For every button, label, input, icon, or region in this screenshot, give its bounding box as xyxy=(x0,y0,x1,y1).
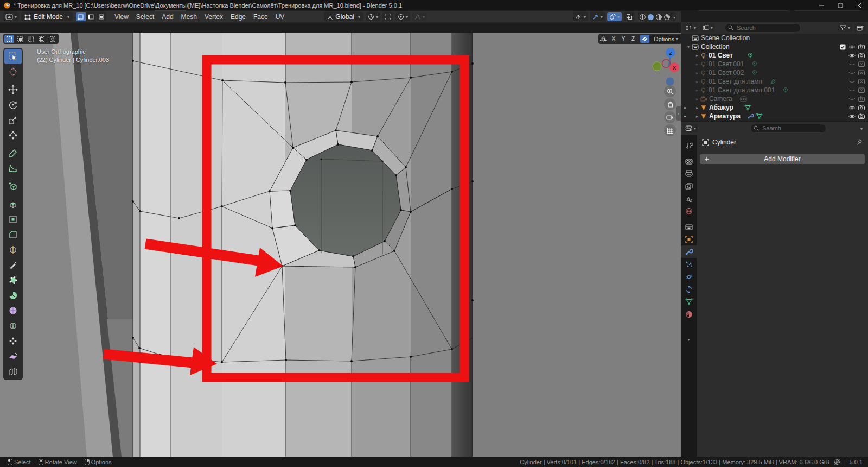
select-set-button[interactable] xyxy=(4,35,14,43)
close-button[interactable] xyxy=(850,0,868,10)
tool-shear[interactable] xyxy=(4,349,22,364)
menu-vertex[interactable]: Vertex xyxy=(201,13,227,21)
add-modifier-button[interactable]: Add Modifier xyxy=(700,154,865,164)
tool-extrude-region[interactable] xyxy=(4,197,22,212)
expand-icon[interactable]: ▸ xyxy=(694,105,700,110)
tool-measure[interactable] xyxy=(4,161,22,176)
tool-cursor[interactable] xyxy=(4,64,22,79)
tool-move[interactable] xyxy=(4,82,22,97)
menu-view[interactable]: View xyxy=(111,13,132,21)
properties-search[interactable] xyxy=(750,124,826,133)
render-disabled-icon[interactable] xyxy=(858,61,865,67)
tool-smooth[interactable] xyxy=(4,303,22,318)
tab-particles[interactable] xyxy=(681,258,697,270)
tool-add-cube[interactable] xyxy=(4,179,22,194)
toggle-perspective-button[interactable] xyxy=(664,124,676,136)
mode-dropdown[interactable]: Edit Mode xyxy=(21,12,73,21)
tool-annotate[interactable] xyxy=(4,146,22,161)
eye-closed-icon[interactable] xyxy=(848,62,856,67)
select-extend-button[interactable] xyxy=(15,35,25,43)
tab-view-layer[interactable] xyxy=(681,180,697,192)
eye-closed-icon[interactable] xyxy=(848,79,856,84)
edge-select-mode-button[interactable] xyxy=(86,12,96,21)
render-disabled-icon[interactable] xyxy=(858,87,865,93)
eye-icon[interactable] xyxy=(848,105,856,110)
render-visibility-icon[interactable] xyxy=(858,96,865,102)
tool-edge-slide[interactable] xyxy=(4,318,22,333)
pan-button[interactable] xyxy=(664,98,676,110)
shading-dropdown[interactable] xyxy=(672,13,675,21)
tool-options-dropdown[interactable]: Options xyxy=(650,35,681,43)
snap-target-dropdown[interactable] xyxy=(366,12,380,21)
eye-closed-icon[interactable] xyxy=(848,97,856,102)
tab-world[interactable] xyxy=(681,205,697,217)
render-visibility-icon[interactable] xyxy=(858,53,865,58)
eye-closed-icon[interactable] xyxy=(848,88,856,93)
outliner-row-camera[interactable]: ▸ Camera xyxy=(681,94,868,103)
menu-add[interactable]: Add xyxy=(158,13,177,21)
tool-rotate[interactable] xyxy=(4,97,22,112)
tab-constraints[interactable] xyxy=(681,283,697,295)
mirror-y-button[interactable]: Y xyxy=(619,35,628,43)
outliner-row-light-001[interactable]: ▸ 01 Свет.001 xyxy=(681,60,868,68)
tool-bevel[interactable] xyxy=(4,227,22,242)
expand-icon[interactable]: ▸ xyxy=(694,53,700,58)
vertex-select-mode-button[interactable] xyxy=(76,12,86,21)
outliner-row-armatura[interactable]: ▸ Арматура xyxy=(681,112,868,121)
mirror-z-button[interactable]: Z xyxy=(629,35,637,43)
tab-output[interactable] xyxy=(681,167,697,180)
outliner-search-input[interactable] xyxy=(736,24,797,31)
region-collapse-handle[interactable]: ‹ xyxy=(676,106,681,121)
tab-collection[interactable] xyxy=(681,220,697,233)
collection-checkbox[interactable] xyxy=(840,44,846,50)
outliner-filter-button[interactable] xyxy=(838,23,852,32)
mirror-x-button[interactable]: X xyxy=(609,35,618,43)
outliner-row-scene-collection[interactable]: Scene Collection xyxy=(681,34,868,42)
gizmo-axis-z-neg[interactable] xyxy=(666,78,674,86)
minimize-button[interactable] xyxy=(813,0,831,10)
menu-select[interactable]: Select xyxy=(132,13,158,21)
tab-render[interactable] xyxy=(681,155,697,167)
select-invert-button[interactable] xyxy=(37,35,47,43)
select-subtract-button[interactable] xyxy=(26,35,36,43)
menu-uv[interactable]: UV xyxy=(272,13,289,21)
xray-toggle-button[interactable] xyxy=(624,12,635,21)
pin-icon[interactable] xyxy=(857,139,863,146)
tool-select-box[interactable] xyxy=(4,49,22,64)
shading-wireframe-button[interactable] xyxy=(639,14,646,21)
proportional-editing-dropdown[interactable] xyxy=(395,12,410,21)
menu-mesh[interactable]: Mesh xyxy=(177,13,201,21)
editor-type-button[interactable] xyxy=(3,12,19,21)
tab-object-data[interactable] xyxy=(681,295,697,308)
outliner-filter-type[interactable] xyxy=(700,23,715,32)
render-visibility-icon[interactable] xyxy=(858,113,865,119)
tool-scale[interactable] xyxy=(4,112,22,128)
render-visibility-icon[interactable] xyxy=(858,105,865,110)
tab-object[interactable] xyxy=(681,233,697,245)
transform-orientation-dropdown[interactable]: Global xyxy=(324,12,363,21)
outliner-search[interactable] xyxy=(725,23,801,33)
collapse-icon[interactable]: ▾ xyxy=(685,45,692,49)
properties-options-dropdown[interactable] xyxy=(859,124,863,132)
3d-viewport[interactable] xyxy=(0,33,681,457)
render-visibility-icon[interactable] xyxy=(858,44,865,49)
snap-toggle-button[interactable] xyxy=(382,12,393,21)
maximize-button[interactable] xyxy=(831,0,850,10)
shading-solid-button[interactable] xyxy=(647,14,654,21)
tab-material[interactable] xyxy=(681,308,697,320)
gizmo-axis-y-neg[interactable] xyxy=(653,62,661,71)
face-select-mode-button[interactable] xyxy=(97,12,106,21)
eye-icon[interactable] xyxy=(848,114,856,119)
expand-icon[interactable]: ▸ xyxy=(694,114,700,119)
render-disabled-icon[interactable] xyxy=(858,79,865,84)
tab-tool[interactable] xyxy=(681,139,697,152)
select-intersect-button[interactable] xyxy=(48,35,58,43)
outliner-row-light-lamp[interactable]: ▸ 01 Свет для ламп xyxy=(681,77,868,86)
shading-material-button[interactable] xyxy=(655,14,662,21)
tool-spin[interactable] xyxy=(4,288,22,303)
render-disabled-icon[interactable] xyxy=(858,70,865,75)
camera-view-button[interactable] xyxy=(664,111,676,123)
tab-modifiers[interactable] xyxy=(681,245,697,258)
outliner-row-light-002[interactable]: ▸ 01 Свет.002 xyxy=(681,68,868,77)
tool-loop-cut[interactable] xyxy=(4,242,22,257)
